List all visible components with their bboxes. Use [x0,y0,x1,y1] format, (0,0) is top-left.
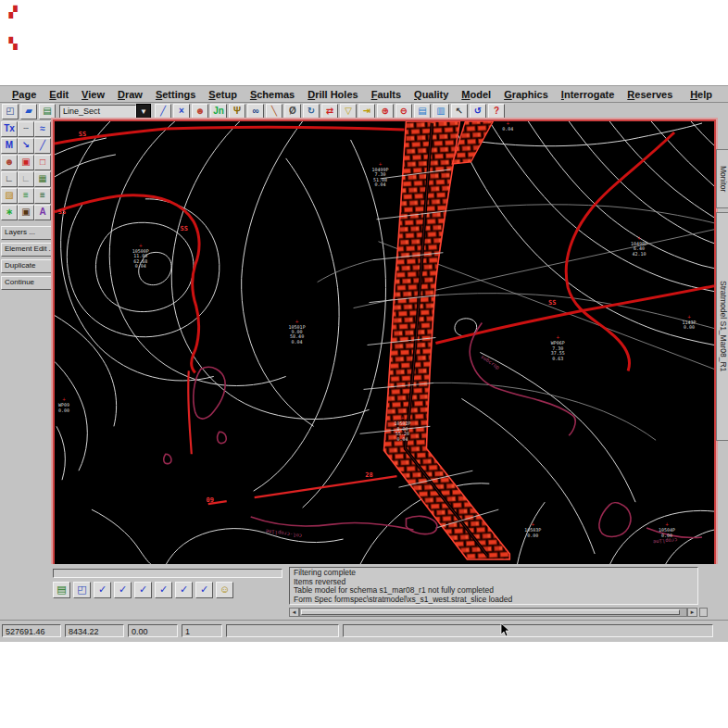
print-layers-icon[interactable]: ▤ [53,582,70,598]
scroll-thumb[interactable] [301,609,680,615]
zoom-page-icon[interactable]: ◰ [73,582,91,598]
menu-model[interactable]: Model [455,89,497,100]
section-map[interactable]: +10500P11.0062.680.04+10499P7.3051.080.0… [55,121,714,565]
split-vertical-icon[interactable]: ▥ [433,104,449,119]
work-area: Tx┄≈M↘╱☻▣□∟∟▦▨≡≡∗▣A Layers ...Element Ed… [0,119,728,564]
delete-icon[interactable]: × [173,104,190,119]
image-tool-icon[interactable]: ▣ [18,205,34,220]
digitise-pencil-icon[interactable]: ╱ [155,104,171,119]
print-icon[interactable]: ▤ [39,104,56,119]
corner-dashed-tool-icon[interactable]: ∟ [18,171,34,187]
menu-schemas[interactable]: Schemas [244,89,301,100]
svg-text:0.04: 0.04 [374,182,385,187]
extents-icon[interactable]: ⇄ [321,104,338,119]
status-field-3[interactable]: 0.00 [128,624,178,637]
refresh-icon[interactable]: ↻ [303,104,320,119]
menu-drill-holes[interactable]: Drill Holes [301,89,364,100]
context-help-icon[interactable]: ? [488,104,505,119]
bucket-icon[interactable]: ▽ [340,104,357,119]
desktop-icon-1[interactable]: ▞ [6,6,20,19]
svg-text:+: + [401,414,405,420]
lines-tool-icon[interactable]: ≡ [34,188,51,204]
tab-monitor[interactable]: Monitor [716,149,728,208]
svg-text:28: 28 [365,471,372,479]
copy-object-tool-icon[interactable]: ▣ [18,155,34,170]
svg-text:+: + [556,334,559,341]
menu-draw[interactable]: Draw [111,89,149,100]
desktop-icon-2[interactable]: ▚ [6,37,20,51]
paste-object-tool-icon[interactable]: □ [34,155,51,170]
brush-icon[interactable]: ╲ [266,104,282,119]
layer-combo-value[interactable]: Line_Sect [59,105,136,119]
select-arrow-icon[interactable]: ↖ [451,104,468,119]
corner-tool-icon[interactable]: ∟ [1,171,18,187]
open-folder-icon[interactable]: ▰ [20,104,37,119]
no-select-icon[interactable]: Ø [284,104,301,119]
note-icon[interactable]: ☺ [216,582,233,598]
star-tool-icon[interactable]: ∗ [1,205,18,220]
sidebar-button-duplicate[interactable]: Duplicate [1,259,52,273]
exit-icon[interactable]: ⇥ [358,104,375,119]
scroll-right-icon[interactable]: ► [687,608,697,617]
menu-page[interactable]: Page [6,89,43,100]
check-icon[interactable]: ✓ [195,582,213,598]
menu-faults[interactable]: Faults [365,89,408,100]
menu-help[interactable]: Help [684,89,719,100]
status-field-1[interactable]: 527691.46 [2,624,61,637]
right-tab-strip: MonitorStratmodel S1_Mar08_R1 [716,119,728,564]
split-horizontal-icon[interactable]: ▤ [414,104,431,119]
svg-text:0.00: 0.00 [58,408,69,413]
polyline-tool-icon[interactable]: M [1,138,18,154]
map-canvas[interactable]: +10500P11.0062.680.04+10499P7.3051.080.0… [53,119,716,567]
line-arrow-tool-icon[interactable]: ↘ [18,138,34,154]
check-icon[interactable]: ✓ [114,582,132,598]
binoculars-icon[interactable]: ∞ [247,104,264,119]
digitise-tool-icon[interactable]: ╱ [34,138,51,154]
table-rows-tool-icon[interactable]: ≡ [18,188,34,204]
person-tool-icon[interactable]: ☻ [1,155,18,170]
status-field-5[interactable] [226,624,339,637]
zoom-in-icon[interactable]: ⊕ [377,104,394,119]
menu-reserves[interactable]: Reserves [621,89,679,100]
text-tool-icon[interactable]: Tx [1,121,18,137]
scroll-corner [699,608,708,617]
menu-bar: PageEditViewDrawSettingsSetupSchemasDril… [0,86,728,103]
pattern-tool-icon[interactable]: ▨ [1,188,18,204]
check-icon[interactable]: ✓ [175,582,193,598]
status-field-2[interactable]: 8434.22 [65,624,124,637]
status-field-4[interactable]: 1 [182,624,222,637]
join-icon[interactable]: Jn [210,104,227,119]
menu-setup[interactable]: Setup [202,89,244,100]
message-log[interactable]: Filtering completeItems reversedTable mo… [289,567,698,605]
zoom-out-icon[interactable]: ⊖ [395,104,412,119]
check-icon[interactable]: ✓ [155,582,172,598]
svg-text:0.04: 0.04 [292,339,303,345]
sidebar-button-element-edit[interactable]: Element Edit ... [1,243,52,257]
svg-text:+: + [637,234,641,241]
zoom-page-icon[interactable]: ◰ [2,104,19,119]
menu-quality[interactable]: Quality [408,89,455,100]
sidebar-button-continue[interactable]: Continue [1,276,52,290]
menu-view[interactable]: View [75,89,111,100]
dashed-line-tool-icon[interactable]: ┄ [18,121,34,137]
check-icon[interactable]: ✓ [134,582,152,598]
letter-a-tool-icon[interactable]: A [34,205,51,220]
menu-graphics[interactable]: Graphics [497,89,555,100]
menu-settings[interactable]: Settings [149,89,202,100]
menu-edit[interactable]: Edit [43,89,75,100]
sidebar-button-layers[interactable]: Layers ... [1,226,52,240]
message-scrollbar[interactable]: ◄ ► [289,608,708,617]
menu-interrogate[interactable]: Interrogate [555,89,621,100]
tab-stratmodel[interactable]: Stratmodel S1_Mar08_R1 [716,212,728,441]
combo-dropdown-icon[interactable]: ▼ [136,104,151,119]
undo-icon[interactable]: ↺ [470,104,486,119]
layer-combo[interactable]: Line_Sect▼ [59,104,151,119]
svg-text:+: + [687,313,691,320]
svg-text:+: + [531,521,534,527]
lamp-icon[interactable]: Ψ [229,104,245,119]
point-edit-icon[interactable]: ☻ [192,104,208,119]
hand-grid-tool-icon[interactable]: ▦ [34,171,51,187]
check-icon[interactable]: ✓ [94,582,111,598]
scroll-left-icon[interactable]: ◄ [289,608,299,617]
spline-tool-icon[interactable]: ≈ [34,121,51,137]
